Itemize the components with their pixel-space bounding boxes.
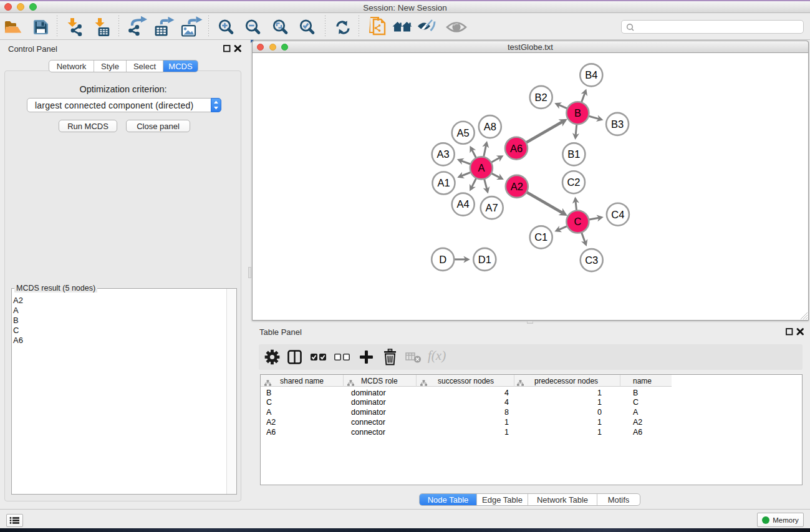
svg-text:A8: A8 xyxy=(484,121,496,132)
svg-text:C: C xyxy=(574,216,581,227)
svg-text:D: D xyxy=(439,254,446,265)
svg-text:A: A xyxy=(478,162,485,173)
svg-text:A2: A2 xyxy=(511,181,523,192)
svg-text:B3: B3 xyxy=(611,118,624,130)
svg-text:B4: B4 xyxy=(585,69,597,80)
svg-text:C4: C4 xyxy=(611,209,624,220)
svg-text:B: B xyxy=(574,107,581,118)
svg-text:B2: B2 xyxy=(535,92,547,103)
svg-text:A1: A1 xyxy=(437,177,450,188)
svg-text:A5: A5 xyxy=(457,127,470,138)
svg-text:C1: C1 xyxy=(534,231,547,243)
svg-text:A3: A3 xyxy=(437,148,450,160)
svg-text:A6: A6 xyxy=(510,143,523,154)
svg-text:D1: D1 xyxy=(478,254,491,265)
svg-text:A7: A7 xyxy=(486,202,498,213)
svg-text:B1: B1 xyxy=(567,148,580,160)
svg-text:C2: C2 xyxy=(567,177,580,188)
svg-text:C3: C3 xyxy=(585,254,598,266)
svg-text:A4: A4 xyxy=(457,198,470,210)
